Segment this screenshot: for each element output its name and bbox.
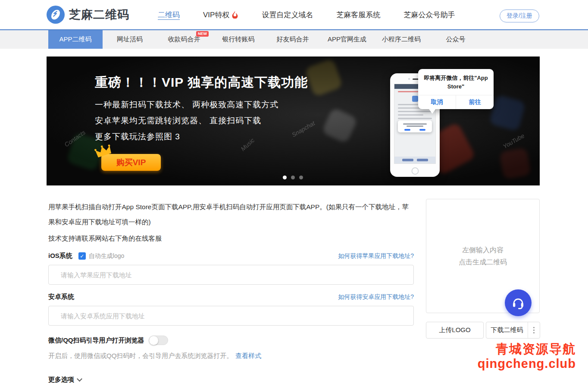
buy-vip-button[interactable]: 购买VIP (101, 154, 161, 171)
photo-label-music: Music (239, 137, 256, 152)
banner-photo-decoration (489, 94, 526, 132)
intro-text: 用苹果手机扫描自动打开App Store页面下载APP,用安卓手机扫码自动打开应… (48, 199, 414, 229)
customer-service-button[interactable] (505, 289, 532, 316)
category-tab-bar: APP二维码 网址活码 收款码合并 NEW 银行转账码 好友码合并 APP官网生… (0, 30, 588, 49)
toggle-knob (149, 336, 158, 345)
tab-miniprogram[interactable]: 小程序二维码 (374, 30, 428, 49)
new-badge: NEW (196, 31, 209, 37)
ios-label: iOS系统 (48, 252, 72, 260)
toggle-note-text: 开启后，使用微信或QQ扫码时，会引导用户去系统浏览器打开。 (48, 352, 233, 359)
more-options-label: 更多选项 (48, 376, 74, 383)
download-more-menu[interactable] (528, 322, 540, 338)
photo-label-contacts: Contacts (63, 129, 86, 148)
nav-item-custom-domain[interactable]: 设置自定义域名 (262, 10, 313, 20)
tab-app-qrcode[interactable]: APP二维码 (48, 30, 103, 49)
view-sample-link[interactable]: 查看样式 (235, 352, 261, 359)
ios-field-header: iOS系统 ✓ 自动生成logo 如何获得苹果应用下载地址? (48, 252, 414, 260)
site-logo[interactable]: 芝麻二维码 (47, 6, 129, 24)
preview-actions: 上传LOGO 下载二维码 (426, 322, 540, 339)
nav-item-official-helper[interactable]: 芝麻公众号助手 (403, 10, 455, 20)
logo-icon (47, 6, 65, 24)
more-options[interactable]: 更多选项 (48, 376, 414, 383)
phone-home-button (411, 167, 419, 175)
carousel-dot-1[interactable] (283, 176, 287, 179)
toggle-note: 开启后，使用微信或QQ扫码时，会引导用户去系统浏览器打开。查看样式 (48, 352, 414, 360)
page: 芝麻二维码 二维码 VIP特权 设置自定义域名 芝麻客服系统 芝麻公众号助手 登… (0, 0, 588, 383)
tab-payment-merge-label: 收款码合并 (168, 35, 200, 44)
ios-url-input[interactable] (48, 265, 414, 285)
photo-label-snapchat: Snapchat (291, 119, 316, 138)
banner-photo-decoration (304, 58, 343, 97)
main-nav: 二维码 VIP特权 设置自定义域名 芝麻客服系统 芝麻公众号助手 (158, 10, 455, 20)
photo-label-youtube: YouTube (502, 132, 526, 150)
ios-help-link[interactable]: 如何获得苹果应用下载地址? (338, 252, 414, 260)
tab-official-account[interactable]: 公众号 (428, 30, 483, 49)
flame-icon (231, 11, 238, 19)
headset-icon (511, 296, 525, 310)
banner-photo-decoration (321, 107, 358, 144)
auto-logo-label: 自动生成logo (89, 252, 124, 260)
banner-subline-3: 更多下载玩法参照图 3 (95, 131, 180, 142)
download-button-group: 下载二维码 (486, 322, 540, 339)
qr-placeholder-line2: 点击生成二维码 (459, 256, 507, 268)
login-register-button[interactable]: 登录/注册 (500, 9, 539, 22)
popup-title: 即将离开微信，前往"App Store" (418, 69, 494, 93)
carousel-dot-3[interactable] (299, 176, 303, 179)
auto-logo-checkbox[interactable]: ✓ (78, 252, 86, 260)
logo-text: 芝麻二维码 (69, 7, 129, 22)
tab-friend-merge[interactable]: 好友码合并 (266, 30, 320, 49)
banner-title: 重磅！！！VIP 独享的高速下载功能 (95, 74, 308, 91)
banner-photo-decoration (499, 148, 531, 179)
nav-item-qrcode[interactable]: 二维码 (158, 10, 180, 20)
tab-bank-transfer[interactable]: 银行转账码 (211, 30, 266, 49)
tab-live-url[interactable]: 网址活码 (103, 30, 157, 49)
android-url-input[interactable] (48, 306, 414, 326)
carousel-dots (283, 176, 303, 179)
qr-placeholder-line1: 左侧输入内容 (462, 244, 504, 256)
popup-cancel-button[interactable]: 取消 (418, 95, 456, 109)
top-header: 芝麻二维码 二维码 VIP特权 设置自定义域名 芝麻客服系统 芝麻公众号助手 登… (0, 0, 588, 29)
chevron-down-icon (77, 376, 82, 382)
tab-payment-merge[interactable]: 收款码合并 NEW (157, 30, 211, 49)
nav-item-vip-label: VIP特权 (203, 10, 229, 20)
generator-form: 用苹果手机扫描自动打开App Store页面下载APP,用安卓手机扫码自动打开应… (48, 199, 414, 383)
leave-wechat-popup: 即将离开微信，前往"App Store" 取消 前往 (418, 69, 494, 109)
watermark-cn: 青城资源导航 (478, 342, 576, 356)
browser-guide-label: 微信/QQ扫码引导用户打开浏览器 (48, 336, 144, 345)
tab-app-site[interactable]: APP官网生成 (320, 30, 374, 49)
phone-mini-dialog (398, 120, 432, 132)
browser-guide-row: 微信/QQ扫码引导用户打开浏览器 (48, 336, 414, 345)
upload-logo-button[interactable]: 上传LOGO (426, 322, 484, 339)
browser-guide-toggle[interactable] (149, 336, 168, 345)
popup-confirm-button[interactable]: 前往 (456, 95, 494, 109)
nav-item-vip[interactable]: VIP特权 (203, 10, 238, 20)
banner-subline-2: 安卓苹果均无需跳转浏览器、 直接扫码下载 (95, 115, 261, 126)
carousel-dot-2[interactable] (291, 176, 295, 179)
android-label: 安卓系统 (48, 293, 74, 301)
download-qr-button[interactable]: 下载二维码 (486, 322, 528, 338)
nav-item-service-system[interactable]: 芝麻客服系统 (336, 10, 380, 20)
hero-banner: Contacts Music Snapchat YouTube 重磅！！！VIP… (47, 57, 540, 185)
android-help-link[interactable]: 如何获得安卓应用下载地址? (338, 293, 414, 301)
support-text: 技术支持请联系网站右下角的在线客服 (48, 233, 414, 244)
android-field-header: 安卓系统 如何获得安卓应用下载地址? (48, 293, 414, 301)
site-watermark: 青城资源导航 qingcheng.club (478, 342, 576, 371)
watermark-domain: qingcheng.club (478, 356, 576, 371)
banner-subline-1: 一种最新扫码下载技术、 两种极致高速下载方式 (95, 99, 278, 110)
